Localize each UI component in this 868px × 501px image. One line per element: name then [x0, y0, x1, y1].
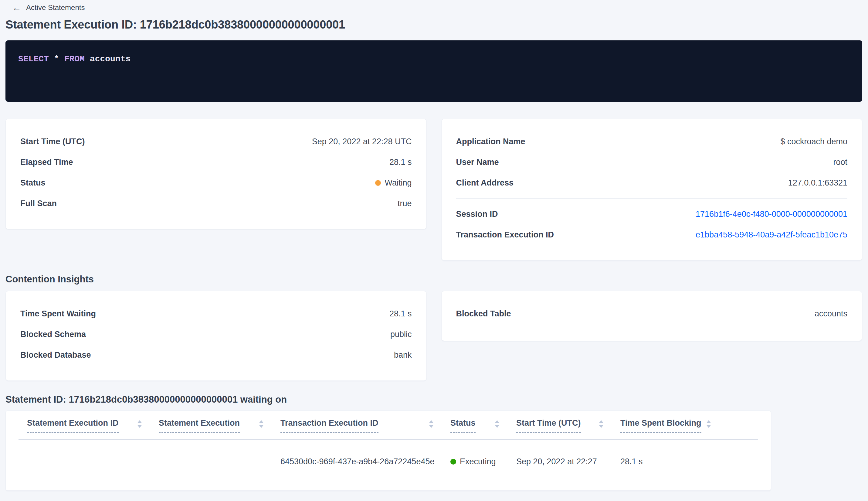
column-header-label: Transaction Execution ID	[280, 418, 378, 433]
statement-execution-details-page: ← Active Statements Statement Execution …	[0, 0, 868, 491]
sort-icon	[495, 420, 500, 428]
sql-statement-text: SELECT * FROM accounts	[18, 54, 849, 64]
row-value: 127.0.0.1:63321	[788, 178, 847, 188]
back-arrow-icon: ←	[12, 3, 21, 12]
session-id-link[interactable]: 1716b1f6-4e0c-f480-0000-000000000001	[696, 210, 847, 219]
cell-start-time: Sep 20, 2022 at 22:27	[516, 457, 620, 466]
row-label: Session ID	[456, 210, 498, 219]
sql-keyword-from: FROM	[64, 54, 85, 64]
waiting-on-table: Statement Execution ID Statement Executi…	[6, 411, 771, 491]
row-label: Full Scan	[20, 199, 57, 208]
application-name-row: Application Name $ cockroach demo	[456, 131, 848, 152]
page-title: Statement Execution ID: 1716b218dc0b3838…	[6, 18, 862, 31]
sql-keyword-select: SELECT	[18, 54, 49, 64]
sql-table-name: accounts	[90, 54, 130, 64]
row-label: Blocked Table	[456, 309, 511, 319]
contention-left-card: Time Spent Waiting 28.1 s Blocked Schema…	[6, 291, 427, 381]
status-text: Executing	[460, 457, 496, 466]
contention-cards-row: Time Spent Waiting 28.1 s Blocked Schema…	[6, 291, 862, 381]
sort-icon	[429, 420, 434, 428]
status-badge: Waiting	[375, 178, 412, 188]
cell-transaction-execution-id: 64530d0c-969f-437e-a9b4-26a72245e45e	[280, 457, 451, 466]
table-header-row: Statement Execution ID Statement Executi…	[6, 418, 771, 433]
sql-statement-box: SELECT * FROM accounts	[6, 40, 862, 102]
column-header-statement-execution-id[interactable]: Statement Execution ID	[27, 418, 159, 433]
status-row: Status Waiting	[20, 172, 412, 193]
row-value: bank	[394, 350, 412, 360]
blocked-schema-row: Blocked Schema public	[20, 324, 412, 345]
sort-icon	[137, 420, 142, 428]
breadcrumb-label: Active Statements	[26, 3, 85, 12]
cell-time-spent-blocking: 28.1 s	[620, 457, 728, 466]
column-header-status[interactable]: Status	[451, 418, 516, 433]
column-header-label: Time Spent Blocking	[620, 418, 701, 433]
column-header-start-time[interactable]: Start Time (UTC)	[516, 418, 620, 433]
row-value: Sep 20, 2022 at 22:28 UTC	[312, 137, 412, 146]
column-header-transaction-execution-id[interactable]: Transaction Execution ID	[280, 418, 451, 433]
elapsed-time-row: Elapsed Time 28.1 s	[20, 152, 412, 172]
row-value: public	[390, 330, 412, 339]
row-value: $ cockroach demo	[780, 137, 847, 146]
session-id-row: Session ID 1716b1f6-4e0c-f480-0000-00000…	[456, 204, 848, 224]
overview-card: Start Time (UTC) Sep 20, 2022 at 22:28 U…	[6, 119, 427, 229]
row-value: true	[398, 199, 412, 208]
breadcrumb-active-statements[interactable]: ← Active Statements	[12, 3, 85, 12]
column-header-label: Statement Execution ID	[27, 418, 119, 433]
transaction-execution-id-link[interactable]: e1bba458-5948-40a9-a42f-5feac1b10e75	[696, 230, 847, 239]
blocked-table-row: Blocked Table accounts	[456, 303, 848, 324]
row-value: 28.1 s	[389, 158, 412, 167]
row-value: accounts	[815, 309, 847, 319]
full-scan-row: Full Scan true	[20, 193, 412, 214]
user-name-row: User Name root	[456, 152, 848, 172]
status-text: Waiting	[384, 178, 412, 188]
table-bottom-separator	[19, 484, 758, 484]
contention-right-card: Blocked Table accounts	[441, 291, 862, 341]
row-label: Elapsed Time	[20, 158, 73, 167]
column-header-time-spent-blocking[interactable]: Time Spent Blocking	[620, 418, 728, 433]
row-label: Blocked Database	[20, 350, 91, 360]
contention-insights-heading: Contention Insights	[6, 274, 862, 285]
sort-icon	[706, 420, 711, 428]
row-value: 28.1 s	[389, 309, 412, 319]
row-label: User Name	[456, 158, 499, 167]
sort-icon	[599, 420, 604, 428]
column-header-statement-execution[interactable]: Statement Execution	[159, 418, 280, 433]
client-address-row: Client Address 127.0.0.1:63321	[456, 172, 848, 193]
sort-icon	[259, 420, 264, 428]
row-label: Transaction Execution ID	[456, 230, 554, 239]
row-label: Application Name	[456, 137, 525, 146]
row-label: Blocked Schema	[20, 330, 86, 339]
card-divider	[456, 198, 848, 199]
executing-status-dot-icon	[451, 459, 456, 465]
overview-cards-row: Start Time (UTC) Sep 20, 2022 at 22:28 U…	[6, 119, 862, 260]
blocked-database-row: Blocked Database bank	[20, 345, 412, 365]
table-row: 64530d0c-969f-437e-a9b4-26a72245e45e Exe…	[6, 440, 771, 484]
row-value: root	[833, 158, 847, 167]
row-label: Start Time (UTC)	[20, 137, 85, 146]
start-time-row: Start Time (UTC) Sep 20, 2022 at 22:28 U…	[20, 131, 412, 152]
row-label: Time Spent Waiting	[20, 309, 96, 319]
waiting-on-heading: Statement ID: 1716b218dc0b38380000000000…	[6, 394, 862, 405]
session-card: Application Name $ cockroach demo User N…	[441, 119, 862, 260]
column-header-label: Status	[451, 418, 476, 433]
row-label: Client Address	[456, 178, 514, 188]
waiting-status-dot-icon	[375, 180, 381, 186]
column-header-label: Statement Execution	[159, 418, 240, 433]
transaction-execution-id-row: Transaction Execution ID e1bba458-5948-4…	[456, 224, 848, 245]
column-header-label: Start Time (UTC)	[516, 418, 581, 433]
sql-star: *	[54, 54, 59, 64]
time-spent-waiting-row: Time Spent Waiting 28.1 s	[20, 303, 412, 324]
row-label: Status	[20, 178, 45, 188]
cell-status: Executing	[451, 457, 516, 466]
